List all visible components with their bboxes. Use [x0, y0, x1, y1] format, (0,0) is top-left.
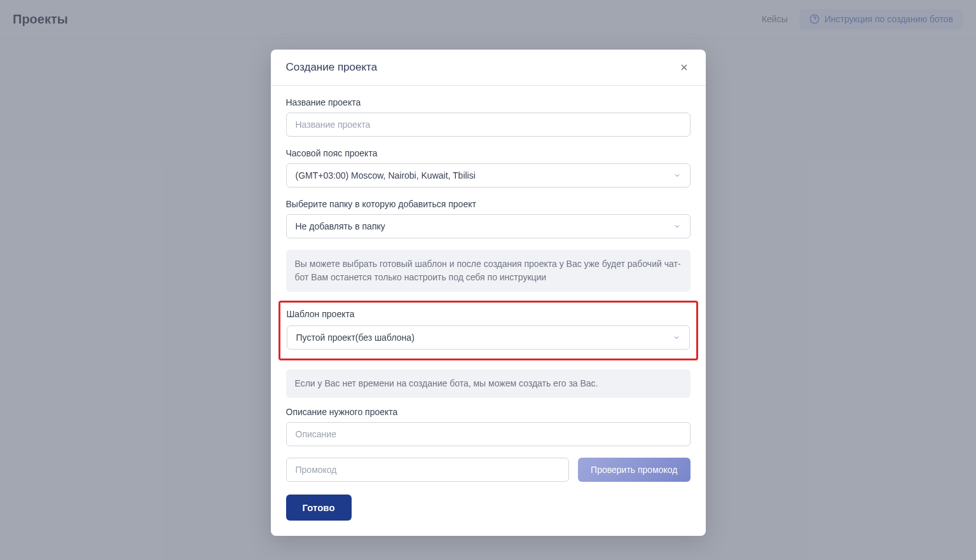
close-button[interactable]: [678, 61, 691, 74]
template-value: Пустой проект(без шаблона): [296, 332, 415, 343]
folder-value: Не добавлять в папку: [296, 221, 385, 231]
modal-title: Создание проекта: [286, 61, 378, 74]
template-select[interactable]: Пустой проект(без шаблона): [287, 325, 690, 350]
project-name-label: Название проекта: [286, 97, 691, 107]
chevron-down-icon: [673, 222, 681, 230]
close-icon: [679, 62, 689, 72]
template-label: Шаблон проекта: [287, 309, 690, 319]
chevron-down-icon: [673, 334, 680, 341]
folder-label: Выберите папку в которую добавиться прое…: [286, 199, 691, 209]
chevron-down-icon: [673, 172, 681, 179]
description-input[interactable]: [286, 422, 691, 446]
description-label: Описание нужного проекта: [286, 407, 691, 417]
description-group: Описание нужного проекта: [286, 407, 691, 446]
folder-group: Выберите папку в которую добавиться прое…: [286, 199, 691, 238]
project-name-group: Название проекта: [286, 97, 691, 137]
template-highlighted-section: Шаблон проекта Пустой проект(без шаблона…: [278, 301, 698, 360]
project-name-input[interactable]: [286, 113, 691, 137]
submit-button[interactable]: Готово: [286, 495, 352, 521]
promo-row: Проверить промокод: [286, 458, 691, 482]
promo-input[interactable]: [286, 458, 570, 482]
modal-body: Название проекта Часовой пояс проекта (G…: [271, 86, 706, 536]
timezone-group: Часовой пояс проекта (GMT+03:00) Moscow,…: [286, 148, 691, 188]
create-project-modal: Создание проекта Название проекта Часово…: [271, 50, 706, 536]
modal-header: Создание проекта: [271, 50, 706, 86]
template-info-banner: Вы можете выбрать готовый шаблон и после…: [286, 250, 691, 292]
description-info-banner: Если у Вас нет времени на создание бота,…: [286, 369, 691, 398]
folder-select[interactable]: Не добавлять в папку: [286, 214, 691, 238]
timezone-select[interactable]: (GMT+03:00) Moscow, Nairobi, Kuwait, Tbi…: [286, 163, 691, 188]
timezone-label: Часовой пояс проекта: [286, 148, 691, 158]
promo-check-button[interactable]: Проверить промокод: [578, 458, 690, 482]
timezone-value: (GMT+03:00) Moscow, Nairobi, Kuwait, Tbi…: [296, 170, 476, 181]
